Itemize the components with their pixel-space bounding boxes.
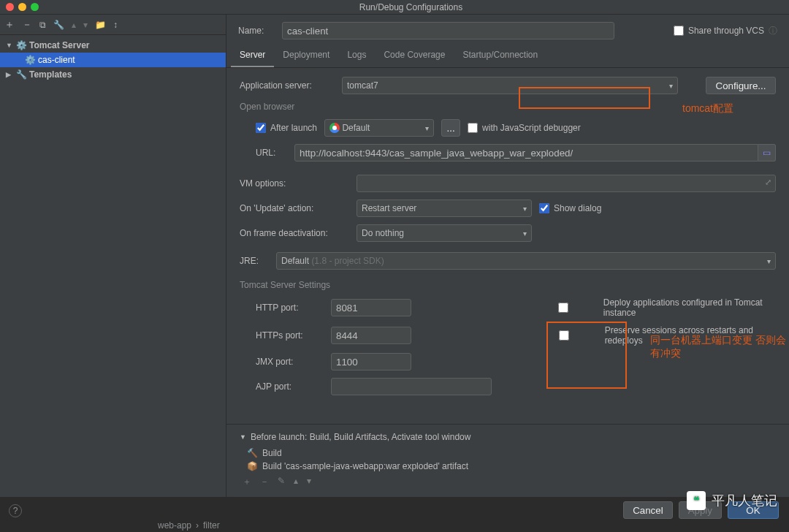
window-title: Run/Debug Configurations	[39, 2, 783, 12]
chrome-icon	[329, 123, 340, 133]
tomcat-settings-title: Tomcat Server Settings	[240, 280, 776, 290]
tab-server[interactable]: Server	[231, 44, 274, 67]
before-launch-item-artifact[interactable]: 📦Build 'cas-sample-java-webapp:war explo…	[240, 460, 776, 473]
remove-icon[interactable]: －	[22, 18, 32, 31]
js-debugger-checkbox[interactable]: with JavaScript debugger	[468, 123, 581, 133]
before-launch-item-build[interactable]: 🔨Build	[240, 446, 776, 460]
bl-up-icon[interactable]: ▴	[294, 476, 298, 488]
content-panel: tomcat配置 同一台机器上端口变更 否则会有冲突 Name: Share t…	[226, 15, 789, 497]
sidebar: ＋ － ⧉ 🔧 ▴ ▾ 📁 ↕ ▼ ⚙️ Tomcat Server ⚙️ ca…	[0, 15, 226, 497]
maximize-icon[interactable]	[31, 3, 39, 11]
after-launch-checkbox[interactable]: After launch	[256, 123, 317, 133]
tab-bar: Server Deployment Logs Code Coverage Sta…	[226, 44, 789, 68]
bl-add-icon[interactable]: ＋	[243, 476, 251, 488]
ajp-port-label: AJP port:	[240, 381, 324, 392]
tab-logs[interactable]: Logs	[338, 44, 375, 67]
tree-node-templates[interactable]: ▶ 🔧 Templates	[0, 67, 226, 82]
bl-edit-icon[interactable]: ✎	[278, 476, 285, 488]
https-port-label: HTTPs port:	[240, 330, 324, 341]
update-action-label: On 'Update' action:	[240, 203, 349, 213]
deploy-apps-checkbox[interactable]: Deploy applications configured in Tomcat…	[527, 297, 776, 318]
url-label: URL:	[256, 148, 287, 158]
artifact-icon: 📦	[247, 461, 258, 471]
cancel-button[interactable]: Cancel	[623, 501, 673, 519]
breadcrumb: web-app›filter	[158, 520, 220, 531]
wrench-icon[interactable]: 🔧	[53, 20, 64, 30]
before-launch-header[interactable]: ▼Before launch: Build, Build Artifacts, …	[240, 428, 776, 446]
minimize-icon[interactable]	[18, 3, 26, 11]
configure-button[interactable]: Configure...	[706, 77, 776, 94]
appserver-select[interactable]: tomcat7	[342, 77, 678, 94]
ajp-port-input[interactable]	[331, 378, 492, 395]
browser-select[interactable]: Default	[324, 119, 434, 137]
annotation-text-tomcat: tomcat配置	[682, 102, 733, 115]
jmx-port-input[interactable]	[331, 353, 411, 370]
wechat-icon: ❝	[687, 491, 706, 510]
sidebar-toolbar: ＋ － ⧉ 🔧 ▴ ▾ 📁 ↕	[0, 15, 226, 35]
browser-ellipsis-button[interactable]: ...	[441, 119, 460, 137]
window-titlebar: Run/Debug Configurations	[0, 0, 789, 15]
up-icon[interactable]: ▴	[72, 20, 76, 30]
browse-icon[interactable]: ▭	[758, 144, 776, 162]
jre-select[interactable]: Default (1.8 - project SDK)	[276, 252, 776, 270]
vm-options-label: VM options:	[240, 178, 349, 189]
https-port-input[interactable]	[331, 327, 411, 344]
frame-deact-select[interactable]: Do nothing	[357, 224, 532, 242]
copy-icon[interactable]: ⧉	[39, 20, 46, 30]
bl-down-icon[interactable]: ▾	[307, 476, 311, 488]
close-icon[interactable]	[6, 3, 14, 11]
hammer-icon: 🔨	[247, 448, 258, 458]
update-action-select[interactable]: Restart server	[357, 200, 532, 217]
tab-startup[interactable]: Startup/Connection	[454, 44, 546, 67]
share-vcs-checkbox[interactable]: Share through VCS	[674, 26, 764, 36]
watermark: ❝ 平凡人笔记	[687, 491, 777, 510]
show-dialog-checkbox[interactable]: Show dialog	[539, 203, 601, 213]
info-icon[interactable]: ⓘ	[769, 25, 777, 37]
bl-remove-icon[interactable]: －	[260, 476, 269, 488]
help-button[interactable]: ?	[9, 504, 22, 517]
http-port-input[interactable]	[331, 299, 411, 316]
tree-node-tomcat[interactable]: ▼ ⚙️ Tomcat Server	[0, 38, 226, 53]
name-label: Name:	[238, 26, 275, 36]
tree-item-cas-client[interactable]: ⚙️ cas-client	[0, 53, 226, 67]
down-icon[interactable]: ▾	[83, 20, 88, 30]
annotation-text-ports: 同一台机器上端口变更 否则会有冲突	[650, 334, 789, 360]
frame-deact-label: On frame deactivation:	[240, 228, 349, 238]
folder-icon[interactable]: 📁	[95, 20, 106, 30]
appserver-label: Application server:	[240, 80, 335, 91]
jmx-port-label: JMX port:	[240, 357, 324, 367]
url-input[interactable]	[294, 144, 758, 162]
collapse-icon[interactable]: ↕	[113, 20, 118, 30]
add-icon[interactable]: ＋	[4, 18, 15, 31]
vm-options-input[interactable]	[357, 175, 776, 192]
config-tree: ▼ ⚙️ Tomcat Server ⚙️ cas-client ▶ 🔧 Tem…	[0, 35, 226, 85]
http-port-label: HTTP port:	[240, 303, 324, 313]
tab-coverage[interactable]: Code Coverage	[375, 44, 454, 67]
before-launch-section: ▼Before launch: Build, Build Artifacts, …	[226, 424, 789, 497]
tab-deployment[interactable]: Deployment	[274, 44, 338, 67]
expand-icon[interactable]: ⤢	[765, 178, 771, 187]
name-input[interactable]	[282, 22, 614, 39]
jre-label: JRE:	[240, 256, 269, 266]
